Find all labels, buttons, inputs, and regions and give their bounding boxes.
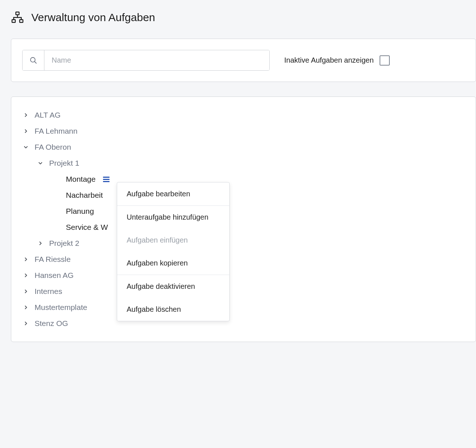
tree-item-label: Nacharbeit: [66, 191, 103, 200]
chevron-right-icon[interactable]: [22, 304, 29, 311]
tree-item[interactable]: Montage: [22, 171, 465, 187]
tree-item[interactable]: Internes: [22, 283, 465, 299]
chevron-right-icon[interactable]: [22, 111, 29, 119]
chevron-right-icon[interactable]: [22, 256, 29, 263]
inactive-checkbox[interactable]: [380, 55, 390, 66]
tree-item-label: Planung: [66, 207, 94, 216]
tree-item-label: Projekt 2: [49, 239, 79, 248]
svg-rect-1: [12, 20, 15, 23]
tree-item-label: FA Riessle: [35, 255, 71, 264]
svg-rect-0: [16, 12, 19, 15]
tree-item-label: FA Lehmann: [35, 127, 78, 135]
menu-item[interactable]: Aufgabe bearbeiten: [117, 182, 229, 205]
tree-item-label: Stenz OG: [35, 319, 68, 328]
menu-item[interactable]: Unteraufgabe hinzufügen: [117, 206, 229, 229]
context-menu: Aufgabe bearbeitenUnteraufgabe hinzufüge…: [117, 182, 230, 321]
task-tree: ALT AGFA LehmannFA OberonProjekt 1Montag…: [22, 107, 465, 331]
tree-panel: ALT AGFA LehmannFA OberonProjekt 1Montag…: [11, 97, 476, 342]
chevron-down-icon[interactable]: [22, 144, 29, 151]
tree-item[interactable]: Nacharbeit: [22, 187, 465, 203]
tree-item[interactable]: Service & W: [22, 219, 465, 235]
chevron-right-icon[interactable]: [22, 320, 29, 327]
chevron-down-icon[interactable]: [37, 160, 44, 167]
filter-panel: Inaktive Aufgaben anzeigen: [11, 39, 476, 82]
search-icon: [23, 50, 44, 70]
tree-item[interactable]: FA Oberon: [22, 139, 465, 155]
hierarchy-icon: [11, 11, 24, 24]
tree-item[interactable]: Planung: [22, 203, 465, 219]
tree-item-label: Mustertemplate: [35, 303, 87, 312]
svg-line-4: [34, 61, 36, 63]
search-field: [22, 50, 270, 71]
menu-item: Aufgaben einfügen: [117, 229, 229, 252]
tree-item-label: Internes: [35, 287, 62, 296]
svg-rect-2: [20, 20, 23, 23]
inactive-toggle[interactable]: Inaktive Aufgaben anzeigen: [284, 55, 390, 66]
tree-item-label: Hansen AG: [35, 271, 74, 280]
tree-item[interactable]: Projekt 2: [22, 235, 465, 251]
svg-point-3: [30, 57, 35, 62]
page-title: Verwaltung von Aufgaben: [31, 11, 155, 24]
tree-item-label: Service & W: [66, 223, 108, 232]
page-header: Verwaltung von Aufgaben: [11, 11, 476, 24]
inactive-toggle-label: Inaktive Aufgaben anzeigen: [284, 56, 374, 64]
tree-item-label: Montage: [66, 175, 96, 184]
menu-icon[interactable]: [103, 177, 110, 182]
tree-item[interactable]: Stenz OG: [22, 315, 465, 331]
chevron-right-icon[interactable]: [22, 272, 29, 279]
menu-item[interactable]: Aufgaben kopieren: [117, 252, 229, 275]
menu-item[interactable]: Aufgabe deaktivieren: [117, 275, 229, 298]
tree-item-label: FA Oberon: [35, 143, 71, 152]
menu-item[interactable]: Aufgabe löschen: [117, 298, 229, 321]
tree-item[interactable]: ALT AG: [22, 107, 465, 123]
tree-item[interactable]: FA Riessle: [22, 251, 465, 267]
chevron-right-icon[interactable]: [22, 288, 29, 295]
tree-item[interactable]: Mustertemplate: [22, 299, 465, 315]
chevron-right-icon[interactable]: [37, 240, 44, 247]
chevron-right-icon[interactable]: [22, 127, 29, 135]
search-input[interactable]: [44, 50, 269, 70]
tree-item[interactable]: FA Lehmann: [22, 123, 465, 139]
tree-item[interactable]: Projekt 1: [22, 155, 465, 171]
tree-item-label: Projekt 1: [49, 159, 79, 168]
tree-item[interactable]: Hansen AG: [22, 267, 465, 283]
tree-item-label: ALT AG: [35, 111, 61, 119]
